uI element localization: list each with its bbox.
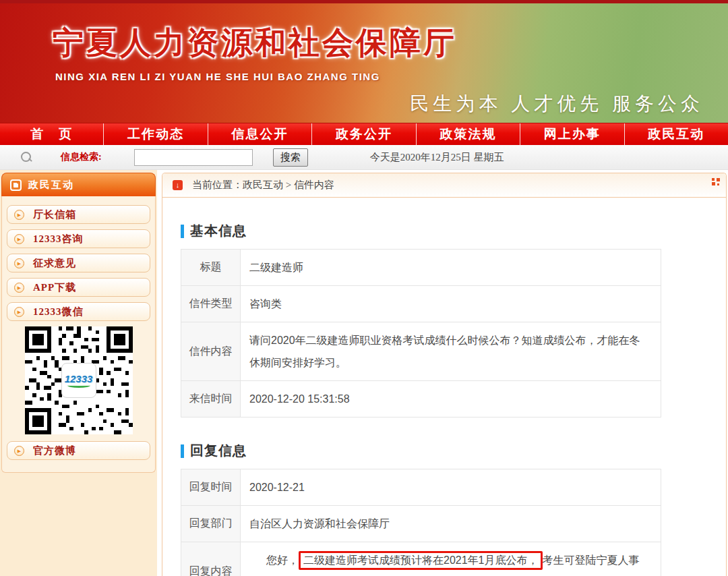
blue-bar-icon: [181, 225, 184, 238]
site-title: 宁夏人力资源和社会保障厅: [53, 22, 457, 64]
play-circle-icon: ▶: [14, 210, 24, 220]
table-row: 回复部门 自治区人力资源和社会保障厅: [181, 506, 661, 542]
site-banner: 宁夏人力资源和社会保障厅 NING XIA REN LI ZI YUAN HE …: [0, 0, 728, 123]
blue-bar-icon: [181, 444, 184, 458]
breadcrumb-current: 信件内容: [294, 179, 334, 190]
sidebar-item-official-weibo[interactable]: ▶ 官方微博: [7, 441, 150, 460]
nav-item-gov-affairs[interactable]: 政务公开: [312, 123, 416, 145]
row-label: 回复时间: [181, 469, 241, 506]
breadcrumb-section-link[interactable]: 政民互动: [243, 179, 283, 190]
table-row: 信件类型 咨询类: [181, 286, 661, 322]
basic-info-section: 基本信息 标题 二级建造师 信件类型 咨询类 信件内容 请问2020年二级建造师…: [162, 222, 726, 417]
row-value: 二级建造师: [241, 250, 661, 286]
main-nav: 首 页 工作动态 信息公开 政务公开 政策法规 网上办事 政民互动: [0, 123, 728, 145]
row-label: 回复内容: [181, 542, 241, 576]
row-value: 自治区人力资源和社会保障厅: [241, 506, 661, 542]
row-value: 2020-12-21: [241, 469, 661, 506]
row-value: 咨询类: [241, 286, 661, 322]
play-circle-icon: ▶: [14, 258, 24, 268]
nav-item-policies[interactable]: 政策法规: [417, 123, 520, 145]
search-button[interactable]: 搜索: [273, 148, 308, 167]
sidebar-item-director-mailbox[interactable]: ▶ 厅长信箱: [7, 205, 150, 224]
play-circle-icon: ▶: [14, 283, 24, 293]
row-label: 标题: [181, 250, 241, 286]
breadcrumb: ↓ 当前位置：政民互动 > 信件内容: [162, 173, 726, 198]
section-title-reply-info: 回复信息: [181, 442, 726, 460]
row-label: 来信时间: [181, 381, 241, 417]
table-row: 信件内容 请问2020年二级建造师职业资格考试成绩什么时候公布？知道成绩公布，才…: [181, 322, 661, 381]
sidebar-item-12333-consult[interactable]: ▶ 12333咨询: [7, 229, 150, 248]
nav-item-work-news[interactable]: 工作动态: [104, 123, 208, 145]
search-label: 信息检索:: [61, 151, 102, 163]
row-label: 回复部门: [181, 506, 241, 542]
nav-item-info-disclosure[interactable]: 信息公开: [208, 123, 312, 145]
dots-grid-icon: [712, 178, 720, 185]
reply-content-prefix: 您好，: [266, 554, 299, 566]
search-icon: [20, 151, 32, 163]
sidebar-item-12333-wechat[interactable]: ▶ 12333微信: [7, 302, 150, 321]
table-row: 回复内容 您好，二级建造师考试成绩预计将在2021年1月底公布，考生可登陆宁夏人…: [181, 542, 661, 576]
down-arrow-icon: ↓: [173, 180, 183, 190]
play-circle-icon: ▶: [14, 307, 24, 317]
breadcrumb-separator: >: [283, 179, 294, 190]
search-input[interactable]: [134, 149, 253, 166]
content-panel: ↓ 当前位置：政民互动 > 信件内容 基本信息 标题 二级建造师 信件类型 咨询…: [162, 173, 727, 576]
table-row: 标题 二级建造师: [181, 250, 661, 286]
reply-info-section: 回复信息 回复时间 2020-12-21 回复部门 自治区人力资源和社会保障厅 …: [162, 442, 726, 576]
table-row: 来信时间 2020-12-20 15:31:58: [181, 381, 661, 417]
reply-content: 您好，二级建造师考试成绩预计将在2021年1月底公布，考生可登陆宁夏人事考试中心…: [241, 542, 661, 576]
nav-item-interaction[interactable]: 政民互动: [625, 123, 728, 145]
basic-info-table: 标题 二级建造师 信件类型 咨询类 信件内容 请问2020年二级建造师职业资格考…: [181, 249, 661, 417]
sidebar: 政民互动 ▶ 厅长信箱 ▶ 12333咨询 ▶ 征求意见 ▶ APP下载 ▶ 1…: [0, 170, 157, 576]
qr-center-logo: 12333: [61, 363, 96, 398]
row-label: 信件类型: [181, 286, 241, 322]
qr-logo-swoosh: [67, 383, 90, 388]
breadcrumb-label: 当前位置：: [192, 179, 243, 190]
sidebar-header: 政民互动: [1, 173, 156, 196]
sidebar-header-label: 政民互动: [28, 179, 74, 192]
folder-icon: [10, 179, 22, 191]
play-circle-icon: ▶: [14, 446, 24, 456]
current-date: 今天是2020年12月25日 星期五: [370, 151, 504, 164]
sidebar-item-solicit-opinions[interactable]: ▶ 征求意见: [7, 254, 150, 272]
nav-item-home[interactable]: 首 页: [0, 123, 104, 145]
table-row: 回复时间 2020-12-21: [181, 469, 661, 506]
site-slogan: 民生为本 人才优先 服务公众: [410, 91, 704, 117]
row-value: 请问2020年二级建造师职业资格考试成绩什么时候公布？知道成绩公布，才能在冬休期…: [241, 322, 661, 381]
sidebar-panel: ▶ 厅长信箱 ▶ 12333咨询 ▶ 征求意见 ▶ APP下载 ▶ 12333微…: [1, 196, 156, 473]
wechat-qr-code: 12333: [25, 326, 133, 434]
section-title-basic-info: 基本信息: [181, 222, 726, 240]
row-value: 2020-12-20 15:31:58: [241, 381, 661, 417]
nav-item-online-services[interactable]: 网上办事: [520, 123, 624, 145]
search-bar: 信息检索: 搜索 今天是2020年12月25日 星期五: [0, 145, 728, 170]
site-title-pinyin: NING XIA REN LI ZI YUAN HE SHE HUI BAO Z…: [55, 71, 380, 82]
reply-info-table: 回复时间 2020-12-21 回复部门 自治区人力资源和社会保障厅 回复内容 …: [181, 469, 661, 576]
play-circle-icon: ▶: [14, 234, 24, 244]
sidebar-item-app-download[interactable]: ▶ APP下载: [7, 278, 150, 297]
breadcrumb-text: 当前位置：政民互动 > 信件内容: [192, 179, 334, 192]
reply-highlight-box: 二级建造师考试成绩预计将在2021年1月底公布，: [299, 551, 543, 570]
row-label: 信件内容: [181, 322, 241, 381]
